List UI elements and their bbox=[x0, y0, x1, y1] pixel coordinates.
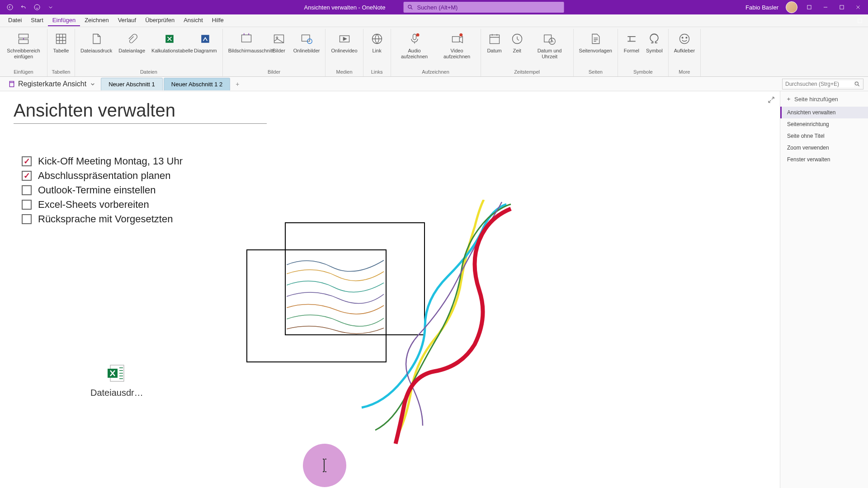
add-section-button[interactable]: + bbox=[231, 79, 244, 89]
svg-rect-6 bbox=[19, 34, 28, 38]
svg-point-26 bbox=[679, 34, 689, 44]
svg-point-30 bbox=[855, 82, 858, 85]
ribbon-btn-datetime[interactable]: Datum und Uhrzeit bbox=[529, 29, 571, 68]
menubar: DateiStartEinfügenZeichnenVerlaufÜberprü… bbox=[0, 14, 868, 27]
ribbon-group-label: Dateien bbox=[140, 68, 157, 76]
add-page-button[interactable]: ＋ Seite hinzufügen bbox=[780, 91, 868, 107]
ribbon-btn-audio[interactable]: Audio aufzeichnen bbox=[394, 29, 435, 68]
table-icon bbox=[53, 31, 69, 47]
close-icon[interactable] bbox=[854, 3, 863, 12]
undo-icon[interactable] bbox=[19, 3, 28, 12]
ribbon-btn-video[interactable]: Onlinevideo bbox=[328, 29, 360, 68]
menu-item-datei[interactable]: Datei bbox=[4, 15, 26, 26]
app-title: Ansichten verwalten - OneNote bbox=[304, 4, 386, 11]
section-tabs: Neuer Abschnitt 1Neuer Abschnitt 1 2 bbox=[101, 78, 231, 90]
page-list: Ansichten verwaltenSeiteneinrichtungSeit… bbox=[780, 107, 868, 165]
menu-item-start[interactable]: Start bbox=[26, 15, 47, 26]
ribbon-btn-link[interactable]: Link bbox=[366, 29, 388, 68]
checkbox[interactable] bbox=[22, 185, 32, 195]
ribbon-btn-label: Audio aufzeichnen bbox=[396, 48, 433, 60]
ribbon-btn-online-pictures[interactable]: Onlinebilder bbox=[291, 29, 323, 68]
link-icon bbox=[369, 31, 385, 47]
ribbon-btn-video-rec[interactable]: Video aufzeichnen bbox=[436, 29, 478, 68]
ribbon-btn-screenshot[interactable]: Bildschirmausschnitt bbox=[226, 29, 267, 68]
maximize-icon[interactable] bbox=[837, 3, 846, 12]
checklist-item[interactable]: Kick-Off Meeting Montag, 13 Uhr bbox=[22, 155, 766, 167]
ribbon-btn-insert-space[interactable]: Schreibbereich einfügen bbox=[3, 29, 44, 68]
section-tab[interactable]: Neuer Abschnitt 1 bbox=[101, 78, 163, 90]
checklist-label: Outlook-Termine einstellen bbox=[38, 184, 156, 196]
checkbox[interactable] bbox=[22, 214, 32, 224]
svg-rect-4 bbox=[840, 5, 844, 9]
ribbon-btn-attachment[interactable]: Dateianlage bbox=[116, 29, 148, 68]
online-pictures-icon bbox=[298, 31, 315, 47]
dropdown-icon[interactable] bbox=[46, 3, 55, 12]
ribbon-btn-label: Tabelle bbox=[53, 48, 69, 54]
page-list-item[interactable]: Ansichten verwalten bbox=[780, 107, 868, 118]
ribbon-group-label: Aufzeichnen bbox=[422, 68, 449, 76]
user-name: Fabio Basler bbox=[745, 4, 778, 11]
svg-point-2 bbox=[408, 5, 411, 8]
checklist-label: Abschlusspräsentation planen bbox=[38, 170, 171, 182]
ribbon-btn-table[interactable]: Tabelle bbox=[50, 29, 72, 68]
ribbon-mode-icon[interactable] bbox=[805, 3, 814, 12]
checkbox[interactable] bbox=[22, 156, 32, 166]
time-icon bbox=[509, 31, 525, 47]
page-list-item[interactable]: Fenster verwalten bbox=[780, 154, 868, 165]
file-attachment[interactable]: Dateiausdr… bbox=[90, 362, 143, 398]
section-tab[interactable]: Neuer Abschnitt 1 2 bbox=[164, 78, 230, 90]
svg-rect-11 bbox=[241, 35, 251, 42]
minimize-icon[interactable] bbox=[821, 3, 830, 12]
ribbon-btn-time[interactable]: Zeit bbox=[506, 29, 528, 68]
ribbon-btn-date[interactable]: Datum bbox=[484, 29, 505, 68]
share-icon[interactable] bbox=[855, 16, 864, 25]
checklist-item[interactable]: Abschlusspräsentation planen bbox=[22, 170, 766, 182]
ribbon-btn-label: Aufkleber bbox=[674, 48, 695, 54]
page-list-item[interactable]: Zoom verwenden bbox=[780, 142, 868, 154]
ribbon-group-label: Einfügen bbox=[14, 68, 33, 76]
svg-point-21 bbox=[459, 33, 462, 37]
search-box[interactable] bbox=[403, 2, 564, 13]
ribbon-btn-label: Dateianlage bbox=[118, 48, 145, 54]
checkbox[interactable] bbox=[22, 200, 32, 210]
ink-strokes bbox=[344, 200, 570, 453]
ribbon-btn-label: Diagramm bbox=[194, 48, 217, 54]
ribbon-btn-label: Bilder bbox=[273, 48, 285, 54]
ribbon-group-label: More bbox=[679, 68, 690, 76]
page-search-input[interactable] bbox=[785, 81, 854, 87]
expand-icon[interactable] bbox=[767, 96, 775, 106]
screenshot-icon bbox=[238, 31, 255, 47]
notebook-selector[interactable]: Registerkarte Ansicht bbox=[4, 80, 101, 88]
ribbon-btn-label: Formel bbox=[624, 48, 639, 54]
ribbon-btn-sticker[interactable]: Aufkleber bbox=[671, 29, 698, 68]
ribbon-btn-file-printout[interactable]: Dateiausdruck bbox=[78, 29, 115, 68]
ribbon-btn-equation[interactable]: Formel bbox=[621, 29, 642, 68]
ribbon-btn-diagram[interactable]: Diagramm bbox=[191, 29, 220, 68]
notebook-label: Registerkarte Ansicht bbox=[18, 80, 86, 88]
back-icon[interactable] bbox=[5, 3, 14, 12]
search-input[interactable] bbox=[417, 4, 560, 11]
ribbon-btn-pictures[interactable]: Bilder bbox=[268, 29, 290, 68]
emoji-icon[interactable] bbox=[33, 3, 42, 12]
page-title[interactable] bbox=[14, 100, 267, 124]
canvas[interactable]: Kick-Off Meeting Montag, 13 UhrAbschluss… bbox=[0, 91, 780, 488]
page-search[interactable] bbox=[782, 79, 863, 89]
menu-item-verlauf[interactable]: Verlauf bbox=[113, 15, 141, 26]
templates-icon bbox=[587, 31, 604, 47]
page-list-item[interactable]: Seite ohne Titel bbox=[780, 130, 868, 142]
checklist-item[interactable]: Outlook-Termine einstellen bbox=[22, 184, 766, 196]
chevron-down-icon bbox=[89, 80, 96, 88]
menu-item-zeichnen[interactable]: Zeichnen bbox=[80, 15, 113, 26]
checkbox[interactable] bbox=[22, 171, 32, 181]
menu-item-überprüfen[interactable]: Überprüfen bbox=[141, 15, 179, 26]
menu-item-hilfe[interactable]: Hilfe bbox=[208, 15, 228, 26]
ribbon-btn-spreadsheet[interactable]: Kalkulationstabelle bbox=[149, 29, 190, 68]
checklist-label: Excel-Sheets vorbereiten bbox=[38, 199, 149, 211]
menu-item-ansicht[interactable]: Ansicht bbox=[179, 15, 208, 26]
ribbon-btn-symbol[interactable]: Symbol bbox=[643, 29, 665, 68]
page-list-item[interactable]: Seiteneinrichtung bbox=[780, 118, 868, 130]
ribbon-btn-templates[interactable]: Seitenvorlagen bbox=[576, 29, 615, 68]
menu-item-einfügen[interactable]: Einfügen bbox=[48, 15, 80, 26]
svg-rect-20 bbox=[452, 37, 459, 42]
avatar[interactable] bbox=[786, 1, 797, 13]
